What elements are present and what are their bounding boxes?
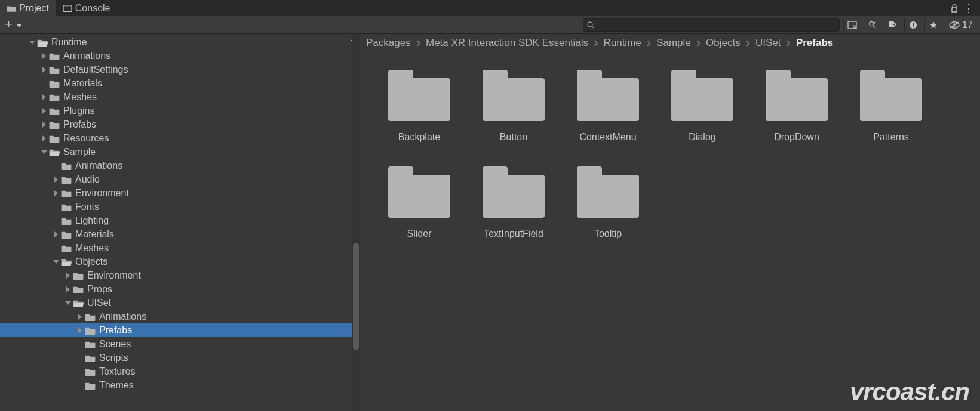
- search-input[interactable]: [598, 20, 835, 29]
- tree-item[interactable]: Meshes: [0, 90, 360, 104]
- breadcrumb: Packages›Meta XR Interaction SDK Essenti…: [360, 34, 980, 52]
- breadcrumb-item[interactable]: Prefabs: [796, 37, 833, 49]
- expand-arrow-icon[interactable]: [76, 327, 84, 333]
- plus-icon: +: [4, 20, 14, 30]
- expand-arrow-icon[interactable]: [41, 135, 48, 141]
- breadcrumb-item[interactable]: Runtime: [603, 37, 641, 49]
- tree-item[interactable]: Animations: [0, 310, 360, 323]
- tree-item[interactable]: Materials: [0, 76, 360, 90]
- expand-arrow-icon[interactable]: [64, 273, 72, 279]
- expand-arrow-icon[interactable]: [41, 122, 48, 128]
- tree-item[interactable]: UISet: [0, 296, 360, 310]
- folder-item[interactable]: Tooltip: [561, 166, 655, 239]
- tree-item[interactable]: Animations: [0, 49, 360, 63]
- tree-scrollbar[interactable]: [352, 34, 360, 411]
- folder-item[interactable]: Patterns: [844, 70, 938, 143]
- tree-item[interactable]: Sample: [0, 145, 360, 159]
- tree-item-label: Scripts: [99, 353, 128, 363]
- search-input-container[interactable]: [583, 18, 840, 32]
- tree-item[interactable]: Meshes: [0, 241, 360, 255]
- tree-item[interactable]: Audio: [0, 172, 360, 186]
- scrollbar-thumb[interactable]: [353, 243, 359, 350]
- tree-item[interactable]: Environment: [0, 186, 360, 200]
- search-icon: [587, 21, 594, 29]
- expand-arrow-icon[interactable]: [41, 149, 48, 155]
- tree-item[interactable]: Plugins: [0, 104, 360, 118]
- chevron-right-icon: ›: [696, 39, 701, 47]
- folder-item[interactable]: Dialog: [655, 70, 749, 143]
- lock-open-icon[interactable]: [950, 4, 959, 13]
- folder-icon: [49, 52, 60, 60]
- favorite-button[interactable]: [924, 18, 941, 32]
- breadcrumb-item[interactable]: Sample: [656, 37, 691, 49]
- svg-rect-9: [913, 26, 914, 27]
- folder-item[interactable]: DropDown: [749, 70, 844, 143]
- folder-item[interactable]: Backplate: [372, 70, 466, 143]
- expand-arrow-icon[interactable]: [64, 286, 72, 292]
- tab-console[interactable]: Console: [56, 0, 118, 16]
- folder-label: Button: [500, 132, 527, 143]
- expand-arrow-icon[interactable]: [41, 67, 48, 73]
- folder-item[interactable]: TextInputField: [466, 166, 561, 239]
- tab-project[interactable]: Project: [0, 0, 56, 16]
- tree-item[interactable]: Resources: [0, 131, 360, 145]
- folder-icon: [61, 203, 72, 211]
- kebab-menu-icon[interactable]: ⋮: [963, 2, 974, 15]
- tree-item[interactable]: Scripts: [0, 351, 360, 364]
- tree-item[interactable]: Scenes: [0, 337, 360, 351]
- expand-arrow-icon[interactable]: [41, 53, 48, 59]
- folder-icon: [73, 299, 84, 307]
- folder-icon: [37, 38, 48, 47]
- tree-item[interactable]: Lighting: [0, 214, 360, 227]
- expand-arrow-icon[interactable]: [64, 300, 72, 306]
- breadcrumb-item[interactable]: UISet: [755, 37, 781, 49]
- tree-item-label: Prefabs: [99, 325, 132, 336]
- folder-item[interactable]: Button: [466, 70, 561, 143]
- tab-label: Project: [19, 3, 49, 14]
- search-by-label-button[interactable]: [864, 18, 880, 32]
- folder-icon: [73, 285, 84, 293]
- tree-item-label: Runtime: [51, 37, 87, 48]
- expand-arrow-icon[interactable]: [53, 231, 60, 237]
- folder-icon: [483, 166, 545, 218]
- folder-item[interactable]: ContextMenu: [561, 70, 655, 143]
- tree-item[interactable]: Animations: [0, 159, 360, 172]
- expand-arrow-icon[interactable]: [76, 314, 84, 320]
- tree-item[interactable]: Objects: [0, 255, 360, 268]
- tree-item[interactable]: Environment: [0, 268, 360, 282]
- tree-item-label: Themes: [99, 380, 134, 391]
- tree-item[interactable]: Textures: [0, 364, 360, 378]
- tree-item[interactable]: Fonts: [0, 200, 360, 214]
- tree-item-label: Meshes: [75, 243, 109, 254]
- folder-icon: [85, 381, 96, 390]
- svg-point-3: [853, 25, 856, 27]
- folder-icon: [85, 340, 96, 348]
- breadcrumb-item[interactable]: Meta XR Interaction SDK Essentials: [426, 37, 588, 49]
- folder-icon: [577, 166, 639, 218]
- folder-item[interactable]: Slider: [372, 166, 466, 239]
- tree-item[interactable]: Runtime: [0, 35, 360, 49]
- expand-arrow-icon[interactable]: [41, 108, 48, 114]
- filter-label-button[interactable]: [884, 18, 901, 32]
- hidden-items-button[interactable]: 17: [945, 18, 976, 32]
- expand-arrow-icon[interactable]: [53, 190, 60, 196]
- breadcrumb-item[interactable]: Packages: [366, 37, 411, 49]
- expand-arrow-icon[interactable]: [53, 177, 60, 183]
- tree-item[interactable]: Themes: [0, 378, 360, 392]
- expand-arrow-icon[interactable]: [29, 39, 36, 45]
- tree-item[interactable]: Props: [0, 282, 360, 296]
- folder-icon: [85, 313, 96, 321]
- folder-label: Backplate: [398, 132, 440, 143]
- search-by-type-button[interactable]: [843, 18, 860, 32]
- tree-item[interactable]: Prefabs: [0, 118, 360, 131]
- tree-item[interactable]: Materials: [0, 227, 360, 241]
- tree-item[interactable]: DefaultSettings: [0, 63, 360, 76]
- folder-icon: [85, 354, 96, 362]
- filter-error-button[interactable]: [904, 18, 921, 32]
- breadcrumb-item[interactable]: Objects: [706, 37, 741, 49]
- tree-item[interactable]: Prefabs: [0, 323, 360, 337]
- add-button[interactable]: +: [4, 20, 22, 30]
- expand-arrow-icon[interactable]: [53, 259, 60, 265]
- expand-arrow-icon[interactable]: [41, 94, 48, 100]
- folder-label: ContextMenu: [579, 132, 636, 143]
